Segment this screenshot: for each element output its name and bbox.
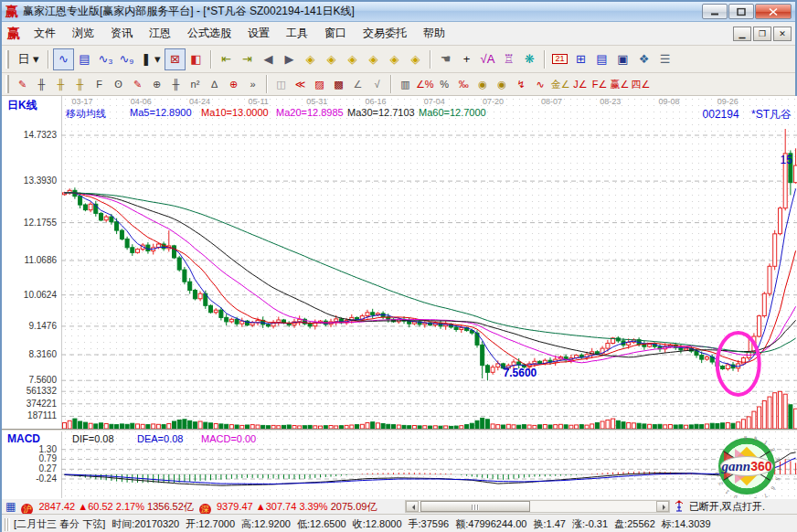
percent-drop-icon[interactable]: ∠% [415, 75, 435, 93]
macd-layer [65, 452, 796, 485]
chan-tool-icon[interactable]: ❋ [519, 48, 540, 70]
trend-zigzag-icon-glyph: ∿ [58, 53, 69, 65]
check-line-icon[interactable]: √ [367, 75, 387, 93]
n-square-icon[interactable]: n² [186, 75, 205, 93]
gann-expand-h-icon[interactable]: ◈ [342, 48, 363, 70]
color-volume-icon[interactable]: ◧ [186, 48, 207, 70]
f-angle-icon[interactable]: F∠ [590, 75, 610, 93]
last-bar-icon[interactable]: ⇥ [237, 48, 258, 70]
gold-cycle2-icon[interactable]: ╫ [70, 75, 90, 93]
menu-item-8[interactable]: 交易委托 [355, 23, 415, 44]
crosshair-tool-icon[interactable]: + [456, 48, 477, 70]
a-line-icon[interactable]: ∆ [205, 75, 224, 93]
menu-item-5[interactable]: 设置 [239, 23, 278, 44]
scroll-left-arrow[interactable] [406, 501, 419, 512]
mdi-close-button[interactable]: ✕ [773, 27, 792, 41]
gold-circle-icon[interactable]: ◉ [473, 75, 493, 93]
network-icon[interactable]: ❖ [633, 48, 654, 70]
menu-item-2[interactable]: 资讯 [102, 23, 141, 44]
mark-a-tool-icon[interactable]: √A [477, 48, 498, 70]
next-bar-icon[interactable]: ▶ [279, 48, 300, 70]
percent-drop-icon-glyph: ∠% [416, 80, 434, 90]
date-tick-04-24: 04-24 [181, 97, 218, 106]
toolbar-drag-handle[interactable] [5, 50, 9, 69]
percent-icon-glyph: % [440, 80, 449, 90]
gann-expand-all-icon[interactable]: ◈ [384, 48, 405, 70]
gold-circle2-icon[interactable]: ◉ [493, 75, 512, 93]
gann-expand-right-icon[interactable]: ◈ [321, 48, 342, 70]
price-axis-label: 7.5600 [2, 375, 57, 385]
gann-compress-all-icon[interactable]: ◈ [405, 48, 426, 70]
pattern-box-icon[interactable]: ⊠ [165, 48, 186, 70]
menu-item-4[interactable]: 公式选股 [179, 23, 239, 44]
gann-compress-h-icon[interactable]: ◈ [363, 48, 384, 70]
calculator-icon[interactable]: ⊞ [570, 48, 591, 70]
calendar-icon[interactable]: 21 [549, 48, 570, 70]
prev-bar-icon[interactable]: ◀ [258, 48, 279, 70]
menu-item-9[interactable]: 帮助 [415, 23, 453, 44]
hash-cycle-icon[interactable]: ╫ [166, 75, 186, 93]
status-item-7: 额:47996244.00 [455, 517, 526, 531]
dark-grid-icon[interactable]: ▩ [329, 75, 348, 93]
gann-vlines-icon[interactable]: ╫ [32, 75, 51, 93]
close-button[interactable] [755, 4, 792, 19]
connection-status[interactable]: 已断开,双点打开. [689, 500, 765, 514]
win-angle-icon[interactable]: 赢∠ [610, 75, 631, 93]
period-daily-dropdown[interactable]: 日 ▾ [13, 48, 44, 70]
f10-info-icon[interactable]: ▤ [74, 48, 95, 70]
sz-index-value: 9379.47 [217, 501, 253, 512]
j-angle-icon[interactable]: J∠ [571, 75, 590, 93]
gold-angle-icon[interactable]: 金∠ [550, 75, 571, 93]
count-bars-icon[interactable]: ▥ [396, 75, 415, 93]
candle-style-dropdown[interactable]: ❚ ▾ [137, 48, 165, 70]
scroll-right-arrow[interactable] [656, 501, 669, 512]
trend-zigzag-icon[interactable]: ∿ [53, 48, 74, 70]
sh-index-pct: 2.17% [116, 501, 144, 512]
scrollbar-thumb[interactable] [420, 501, 530, 512]
toolbar-separator [544, 50, 546, 69]
ray-fan-icon[interactable]: ≪ [291, 75, 310, 93]
four-angle-icon[interactable]: 四∠ [630, 75, 651, 93]
menu-item-6[interactable]: 工具 [278, 23, 316, 44]
circle-cycle-icon[interactable]: ⊕ [147, 75, 166, 93]
mdi-restore-button[interactable]: ❐ [753, 27, 771, 41]
printer-icon[interactable]: ☰ [654, 48, 675, 70]
circle-cycle-icon-glyph: ⊕ [153, 80, 161, 90]
menu-item-7[interactable]: 窗口 [316, 23, 355, 44]
first-bar-icon[interactable]: ⇤ [216, 48, 237, 70]
more-chevron-icon[interactable]: » [243, 75, 262, 93]
maximize-button[interactable] [728, 4, 754, 19]
volume-axis-label: 561332 [2, 386, 57, 396]
f-line-icon[interactable]: F [90, 75, 109, 93]
hand-tool-icon[interactable]: ☚ [435, 48, 456, 70]
minimize-button[interactable] [702, 4, 728, 19]
notebook-icon[interactable]: ▤ [591, 48, 612, 70]
pen-angle-icon[interactable]: ✎ [128, 75, 147, 93]
percent-icon[interactable]: % [435, 75, 454, 93]
pen-tool-icon[interactable]: ✎ [13, 75, 32, 93]
save-icon[interactable]: ▣ [612, 48, 633, 70]
mdi-minimize-button[interactable]: ▁ [733, 27, 751, 41]
stamp-tool-icon-glyph: ♖ [504, 53, 515, 65]
percent-lines-icon[interactable]: ‰ [454, 75, 473, 93]
wave9-icon[interactable]: ∿₉ [116, 48, 137, 70]
menu-item-1[interactable]: 浏览 [64, 23, 102, 44]
toolbar-drag-handle2[interactable] [5, 75, 9, 93]
spiral-icon[interactable]: ʘ [109, 75, 128, 93]
wave-tool-icon[interactable]: ∿ [531, 75, 550, 93]
gann-expand-left-icon[interactable]: ◈ [300, 48, 321, 70]
grid-box-icon[interactable]: ◫ [271, 75, 291, 93]
menu-item-0[interactable]: 文件 [26, 23, 64, 44]
red-grid-icon[interactable]: ▨ [310, 75, 329, 93]
volume-axis-label: 374221 [2, 399, 57, 409]
horizontal-scrollbar[interactable] [405, 500, 670, 513]
date-tick-07-20: 07-20 [474, 97, 511, 106]
lightning-icon[interactable]: ↯ [512, 75, 531, 93]
wave3-icon[interactable]: ∿₃ [95, 48, 116, 70]
angle-fan-icon[interactable]: ∠ [348, 75, 367, 93]
calendar-grid-icon[interactable]: ▦ [5, 500, 16, 513]
menu-item-3[interactable]: 江恩 [141, 23, 179, 44]
target-icon[interactable]: ⊕ [224, 75, 243, 93]
gold-cycle-icon[interactable]: ╫ [51, 75, 70, 93]
stamp-tool-icon[interactable]: ♖ [498, 48, 519, 70]
